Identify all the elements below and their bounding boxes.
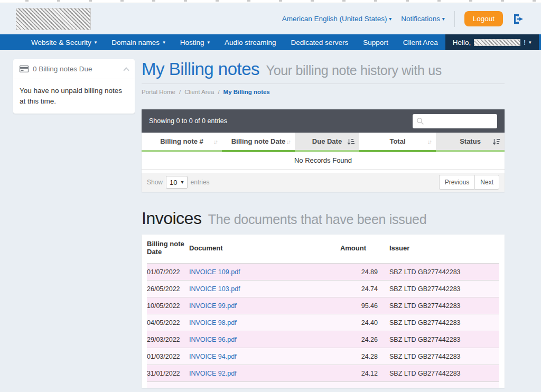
invoice-date: 04/05/2022 [147, 319, 189, 326]
user-account-dropdown[interactable]: Hello, ! ▾ [445, 34, 539, 50]
invoices-col-date: Billing note Date [147, 240, 189, 256]
caret-down-icon: ▾ [181, 179, 184, 185]
invoices-title: Invoices [142, 209, 201, 228]
invoice-amount: 95.46 [330, 302, 378, 310]
invoice-document-link[interactable]: INVOICE 94.pdf [189, 353, 237, 360]
invoice-amount: 24.74 [330, 285, 378, 293]
column-header-total[interactable]: Total ↓↑ [359, 133, 436, 152]
table-toolbar: Showing 0 to 0 of 0 entries [142, 109, 505, 133]
invoice-document-link[interactable]: INVOICE 109.pdf [189, 268, 240, 276]
sort-icon: ↓↑ [213, 138, 217, 145]
no-records-row: No Records Found [142, 152, 505, 170]
credit-card-icon [20, 66, 29, 72]
invoices-col-issuer: Issuer [378, 244, 499, 252]
column-header-billing-note-number[interactable]: Billing note # ↓↑ [142, 133, 222, 152]
invoice-row: 04/05/2022 INVOICE 98.pdf 24.40 SBZ LTD … [147, 314, 499, 331]
greeting-suffix: ! [524, 39, 526, 46]
sort-icon: ↓↑ [286, 138, 290, 145]
nav-item-website-security[interactable]: Website & Security ▾ [24, 34, 104, 50]
invoices-header-row: Billing note Date Document Amount Issuer [147, 235, 499, 263]
column-header-due-date[interactable]: Due Date [295, 133, 359, 152]
invoice-issuer: SBZ LTD GB277442283 [378, 336, 499, 343]
invoice-issuer: SBZ LTD GB277442283 [378, 285, 499, 293]
invoice-amount: 24.26 [330, 336, 378, 343]
username-redacted [474, 39, 520, 46]
invoice-document-link[interactable]: INVOICE 92.pdf [189, 370, 237, 377]
divider [454, 11, 455, 27]
nav-item-hosting[interactable]: Hosting ▾ [173, 34, 217, 50]
invoice-date: 01/03/2022 [147, 353, 189, 360]
entries-per-page-select[interactable]: 10 ▾ [166, 176, 188, 189]
invoice-issuer: SBZ LTD GB277442283 [378, 302, 499, 310]
main-nav: Website & Security ▾ Domain names ▾ Host… [0, 34, 541, 50]
page-subtitle: Your billing note history with us [266, 63, 442, 78]
nav-item-client-area[interactable]: Client Area [396, 34, 445, 50]
search-icon [416, 117, 424, 125]
invoice-date: 31/01/2022 [147, 370, 189, 377]
caret-down-icon: ▾ [95, 40, 97, 45]
breadcrumb-separator: / [179, 89, 181, 95]
panel-title: 0 Billing notes Due [33, 65, 92, 73]
table-header-row: Billing note # ↓↑ Billing note Date ↓↑ D… [142, 133, 505, 152]
site-logo[interactable] [16, 8, 91, 30]
breadcrumb-portal-home[interactable]: Portal Home [142, 89, 175, 95]
invoices-col-amount: Amount [330, 244, 378, 252]
invoices-col-document: Document [189, 244, 330, 252]
sort-amount-desc-icon [492, 138, 500, 145]
page-header: My Billing notes Your billing note histo… [142, 59, 505, 84]
show-label: Show [147, 179, 163, 186]
invoice-amount: 24.89 [330, 268, 378, 276]
invoice-date: 29/03/2022 [147, 336, 189, 343]
table-footer: Show 10 ▾ entries Previous Next [142, 173, 505, 192]
breadcrumb-current: My Billing notes [223, 89, 270, 95]
caret-down-icon: ▾ [529, 40, 531, 45]
main-content: My Billing notes Your billing note histo… [142, 59, 505, 388]
caret-down-icon: ▾ [389, 16, 391, 22]
invoice-document-link[interactable]: INVOICE 99.pdf [189, 302, 237, 310]
sign-out-icon[interactable] [512, 13, 525, 25]
invoice-issuer: SBZ LTD GB277442283 [378, 353, 499, 360]
invoice-row-partial [147, 381, 499, 388]
panel-body-text: You have no unpaid billing notes at this… [13, 79, 135, 114]
breadcrumb-client-area[interactable]: Client Area [184, 89, 214, 95]
caret-down-icon: ▾ [207, 40, 210, 45]
invoice-issuer: SBZ LTD GB277442283 [378, 370, 499, 377]
language-selector[interactable]: American English (United States) ▾ [282, 15, 392, 23]
invoice-issuer: SBZ LTD GB277442283 [378, 319, 499, 326]
invoice-row: 26/05/2022 INVOICE 103.pdf 24.74 SBZ LTD… [147, 280, 499, 297]
nav-item-support[interactable]: Support [356, 34, 395, 50]
invoice-row: 01/03/2022 INVOICE 94.pdf 24.28 SBZ LTD … [147, 348, 499, 365]
column-header-status[interactable]: Status [436, 133, 505, 152]
billing-notes-due-panel: 0 Billing notes Due You have no unpaid b… [13, 59, 135, 114]
sort-icon: ↓↑ [427, 138, 431, 145]
logout-button[interactable]: Logout [464, 11, 503, 26]
invoice-document-link[interactable]: INVOICE 103.pdf [189, 285, 240, 293]
next-page-button[interactable]: Next [474, 175, 499, 190]
page-title: My Billing notes [142, 59, 259, 79]
caret-down-icon: ▾ [163, 40, 165, 45]
invoices-subtitle: The documents that have been issued [208, 212, 426, 227]
invoice-document-link[interactable]: INVOICE 96.pdf [189, 336, 237, 343]
previous-page-button[interactable]: Previous [439, 175, 475, 190]
invoice-amount: 24.40 [330, 319, 378, 326]
billing-notes-due-header[interactable]: 0 Billing notes Due [13, 59, 135, 79]
greeting-prefix: Hello, [453, 39, 471, 46]
nav-item-audio-streaming[interactable]: Audio streaming [217, 34, 284, 50]
invoice-amount: 24.12 [330, 370, 378, 377]
invoices-header: Invoices The documents that have been is… [142, 209, 505, 228]
showing-entries-text: Showing 0 to 0 of 0 entries [149, 117, 227, 125]
invoice-date: 10/05/2022 [147, 302, 189, 310]
invoice-document-link[interactable]: INVOICE 98.pdf [189, 319, 237, 326]
pagination: Previous Next [439, 175, 499, 190]
column-header-billing-note-date[interactable]: Billing note Date ↓↑ [222, 133, 295, 152]
invoice-amount: 24.28 [330, 353, 378, 360]
invoices-table: Billing note Date Document Amount Issuer… [142, 235, 505, 388]
notifications-dropdown[interactable]: Notifications ▾ [401, 15, 444, 23]
breadcrumb: Portal Home / Client Area / My Billing n… [142, 89, 505, 95]
entries-label: entries [191, 179, 210, 186]
invoice-row: 29/03/2022 INVOICE 96.pdf 24.26 SBZ LTD … [147, 331, 499, 348]
nav-item-dedicated-servers[interactable]: Dedicated servers [284, 34, 356, 50]
nav-item-domain-names[interactable]: Domain names ▾ [104, 34, 172, 50]
top-bar: American English (United States) ▾ Notif… [0, 3, 541, 34]
table-search-input[interactable] [413, 114, 497, 128]
